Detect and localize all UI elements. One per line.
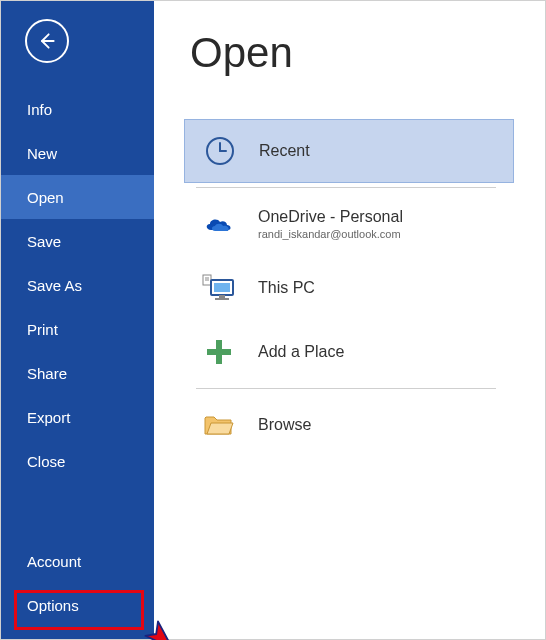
- sidebar-item-save[interactable]: Save: [1, 219, 154, 263]
- location-browse[interactable]: Browse: [184, 393, 514, 457]
- sidebar-item-label: Account: [27, 553, 81, 570]
- svg-rect-8: [214, 283, 230, 292]
- svg-rect-9: [219, 295, 225, 298]
- location-label: Browse: [258, 416, 311, 434]
- sidebar-item-label: Print: [27, 321, 58, 338]
- divider: [196, 388, 496, 389]
- back-button[interactable]: [25, 19, 69, 63]
- location-sublabel: randi_iskandar@outlook.com: [258, 228, 403, 240]
- sidebar-item-export[interactable]: Export: [1, 395, 154, 439]
- divider: [196, 187, 496, 188]
- sidebar-item-new[interactable]: New: [1, 131, 154, 175]
- location-list: Recent OneDrive - Personal randi_iskanda…: [184, 119, 514, 457]
- sidebar-item-label: Save: [27, 233, 61, 250]
- sidebar-item-info[interactable]: Info: [1, 87, 154, 131]
- sidebar-spacer: [1, 483, 154, 539]
- sidebar-item-label: Save As: [27, 277, 82, 294]
- sidebar-item-open[interactable]: Open: [1, 175, 154, 219]
- location-this-pc[interactable]: This PC: [184, 256, 514, 320]
- sidebar-item-label: Info: [27, 101, 52, 118]
- location-recent[interactable]: Recent: [184, 119, 514, 183]
- page-title: Open: [190, 29, 545, 77]
- main-panel: Open Recent: [154, 1, 545, 639]
- location-label: OneDrive - Personal: [258, 208, 403, 226]
- sidebar-item-label: Share: [27, 365, 67, 382]
- sidebar-item-print[interactable]: Print: [1, 307, 154, 351]
- sidebar-item-label: New: [27, 145, 57, 162]
- sidebar-item-label: Close: [27, 453, 65, 470]
- this-pc-icon: [202, 271, 236, 305]
- sidebar-item-label: Export: [27, 409, 70, 426]
- sidebar-item-save-as[interactable]: Save As: [1, 263, 154, 307]
- svg-rect-12: [207, 349, 231, 355]
- backstage-view: Info New Open Save Save As Print Share E…: [0, 0, 546, 640]
- sidebar-item-account[interactable]: Account: [1, 539, 154, 583]
- sidebar-item-label: Open: [27, 189, 64, 206]
- sidebar: Info New Open Save Save As Print Share E…: [1, 1, 154, 639]
- location-onedrive[interactable]: OneDrive - Personal randi_iskandar@outlo…: [184, 192, 514, 256]
- sidebar-item-label: Options: [27, 597, 79, 614]
- sidebar-item-close[interactable]: Close: [1, 439, 154, 483]
- location-label: Recent: [259, 142, 310, 160]
- browse-folder-icon: [202, 408, 236, 442]
- location-add-place[interactable]: Add a Place: [184, 320, 514, 384]
- recent-icon: [203, 134, 237, 168]
- back-arrow-icon: [37, 31, 57, 51]
- sidebar-item-options[interactable]: Options: [1, 583, 154, 627]
- sidebar-item-share[interactable]: Share: [1, 351, 154, 395]
- location-label: This PC: [258, 279, 315, 297]
- add-place-icon: [202, 335, 236, 369]
- location-label: Add a Place: [258, 343, 344, 361]
- onedrive-icon: [202, 207, 236, 241]
